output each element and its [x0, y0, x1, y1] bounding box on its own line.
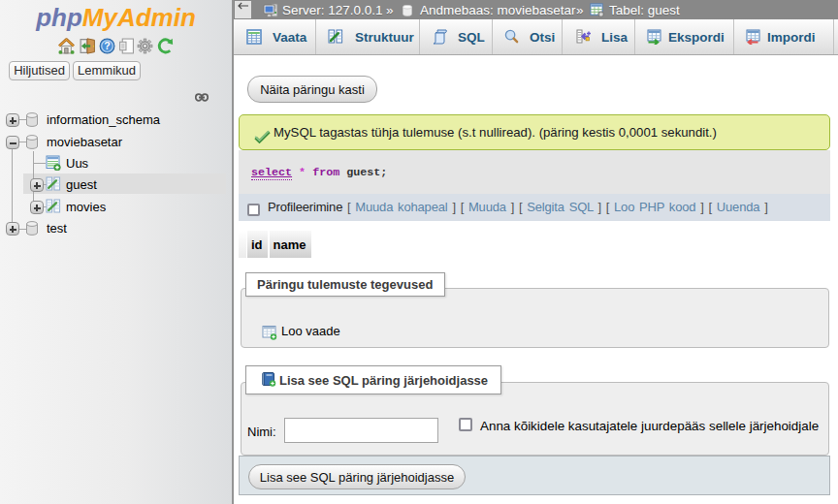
svg-text:?: ?	[104, 40, 110, 51]
